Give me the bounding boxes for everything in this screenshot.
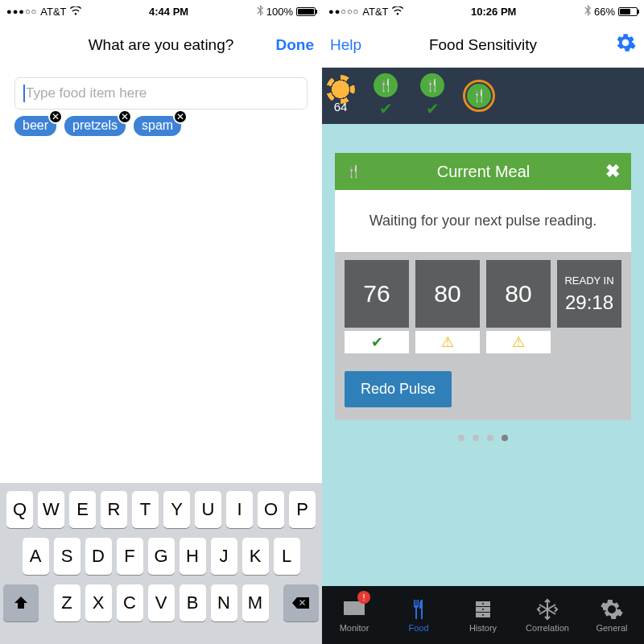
utensils-icon: 🍴 — [472, 89, 487, 103]
gear-icon — [600, 597, 624, 621]
key-o[interactable]: O — [258, 491, 284, 528]
card-message: Waiting for your next pulse reading. — [335, 190, 631, 252]
remove-icon[interactable]: ✕ — [118, 109, 132, 124]
meal-slot-1[interactable]: 🍴 ✔ — [374, 73, 398, 118]
status-bar: ●●●○○ AT&T 4:44 PM 100% — [0, 0, 322, 23]
wifi-icon — [392, 6, 403, 18]
utensils-icon — [407, 597, 431, 621]
battery-icon — [296, 7, 316, 16]
key-a[interactable]: A — [23, 538, 49, 575]
key-d[interactable]: D — [85, 538, 112, 575]
done-button[interactable]: Done — [276, 36, 315, 54]
alert-badge: ! — [357, 591, 370, 604]
key-p[interactable]: P — [289, 491, 316, 528]
status-bar: ●●○○○ AT&T 10:26 PM 66% — [322, 0, 644, 23]
food-sensitivity-screen: ●●○○○ AT&T 10:26 PM 66% Help Food Sensit… — [322, 0, 644, 644]
key-k[interactable]: K — [242, 538, 269, 575]
pulse-countdown: READY IN 29:18 — [557, 260, 621, 328]
key-h[interactable]: H — [180, 538, 206, 575]
page-dot — [473, 435, 479, 441]
bluetooth-icon — [257, 5, 263, 19]
tab-label: General — [596, 623, 627, 633]
current-meal-card: 🍴 Current Meal ✖ Waiting for your next p… — [322, 124, 644, 420]
key-c[interactable]: C — [117, 584, 143, 621]
page-dot — [487, 435, 493, 441]
warning-icon: ⚠ — [441, 333, 454, 351]
key-y[interactable]: Y — [163, 491, 190, 528]
meal-tracker-strip: 64 🍴 ✔ 🍴 ✔ 🍴 — [322, 68, 644, 124]
wifi-icon — [70, 6, 81, 18]
settings-button[interactable] — [615, 32, 636, 57]
tab-label: Monitor — [340, 623, 369, 633]
snowflake-icon — [535, 597, 559, 621]
card-title: Current Meal — [361, 163, 605, 181]
close-button[interactable]: ✖ — [605, 161, 620, 182]
key-i[interactable]: I — [226, 491, 253, 528]
utensils-icon: 🍴 — [425, 78, 440, 93]
utensils-icon: 🍴 — [378, 78, 394, 93]
key-x[interactable]: X — [85, 584, 112, 621]
carrier-label: AT&T — [40, 6, 66, 18]
bluetooth-icon — [584, 5, 591, 19]
tab-correlation[interactable]: Correlation — [515, 586, 580, 644]
text-cursor — [23, 85, 25, 102]
signal-dots: ●●○○○ — [328, 6, 359, 16]
key-l[interactable]: L — [274, 538, 300, 575]
page-dot-active — [502, 435, 508, 441]
battery-icon — [618, 7, 638, 16]
key-t[interactable]: T — [132, 491, 159, 528]
meal-slot-3-current[interactable]: 🍴 — [467, 84, 491, 108]
nav-title: Food Sensitivity — [322, 36, 644, 54]
key-v[interactable]: V — [148, 584, 175, 621]
chip-pretzels[interactable]: pretzels✕ — [64, 116, 126, 136]
tab-general[interactable]: General — [580, 586, 644, 644]
key-n[interactable]: N — [211, 584, 237, 621]
signal-dots: ●●●○○ — [6, 6, 37, 16]
page-indicator[interactable] — [322, 420, 644, 449]
remove-icon[interactable]: ✕ — [173, 109, 188, 124]
key-w[interactable]: W — [38, 491, 64, 528]
wake-reading[interactable]: 64 — [330, 79, 351, 114]
chip-beer[interactable]: beer✕ — [14, 116, 56, 136]
key-e[interactable]: E — [69, 491, 96, 528]
pulse-status-3: ⚠ — [486, 331, 551, 353]
key-s[interactable]: S — [54, 538, 80, 575]
svg-point-4 — [482, 603, 484, 605]
tab-history[interactable]: History — [451, 586, 515, 644]
carrier-label: AT&T — [362, 6, 388, 18]
redo-pulse-button[interactable]: Redo Pulse — [345, 371, 452, 407]
battery-pct: 100% — [266, 6, 293, 18]
tab-food[interactable]: Food — [386, 586, 451, 644]
key-r[interactable]: R — [101, 491, 127, 528]
page-dot — [458, 435, 464, 441]
backspace-key[interactable] — [283, 584, 319, 621]
check-icon: ✔ — [426, 99, 440, 118]
chip-spam[interactable]: spam✕ — [134, 116, 181, 136]
key-g[interactable]: G — [148, 538, 175, 575]
key-f[interactable]: F — [117, 538, 143, 575]
food-chips: beer✕ pretzels✕ spam✕ — [0, 116, 322, 136]
gear-icon — [615, 32, 636, 53]
help-button[interactable]: Help — [330, 36, 361, 54]
key-b[interactable]: B — [180, 584, 206, 621]
key-u[interactable]: U — [195, 491, 221, 528]
meal-slot-2[interactable]: 🍴 ✔ — [420, 73, 444, 118]
key-m[interactable]: M — [242, 584, 269, 621]
pulse-reading-1: 76 — [345, 260, 409, 328]
svg-point-5 — [482, 609, 484, 610]
key-j[interactable]: J — [211, 538, 237, 575]
status-time: 10:26 PM — [403, 6, 584, 18]
tab-label: Food — [408, 623, 428, 633]
food-input[interactable]: Type food item here — [14, 77, 308, 109]
tab-label: Correlation — [526, 623, 569, 633]
pulse-reading-3: 80 — [486, 260, 551, 328]
ready-label: READY IN — [564, 275, 613, 287]
remove-icon[interactable]: ✕ — [48, 109, 63, 124]
key-q[interactable]: Q — [6, 491, 33, 528]
tab-monitor[interactable]: ! Monitor — [322, 586, 386, 644]
tab-bar: ! Monitor Food History Correlation Gener… — [322, 586, 644, 644]
shift-key[interactable] — [3, 584, 39, 621]
pulse-status-4 — [557, 331, 621, 353]
pulse-status-2: ⚠ — [415, 331, 480, 353]
key-z[interactable]: Z — [54, 584, 80, 621]
